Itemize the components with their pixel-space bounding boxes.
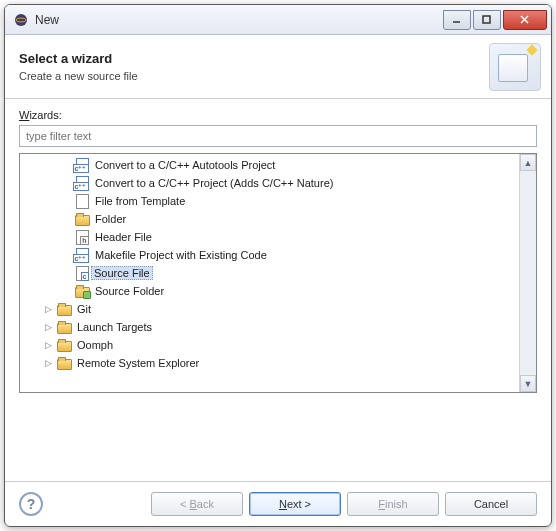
tree-container: c⁺⁺Convert to a C/C++ Autotools Projectc… (19, 153, 537, 393)
filter-input[interactable] (19, 125, 537, 147)
expander-icon[interactable]: ▷ (42, 339, 54, 351)
tree-item-label: Launch Targets (76, 320, 153, 334)
tree-item[interactable]: c⁺⁺Convert to a C/C++ Autotools Project (20, 156, 519, 174)
folder-icon (56, 301, 72, 317)
dialog-body: Wizards: c⁺⁺Convert to a C/C++ Autotools… (5, 99, 551, 481)
cpp-file-icon: c⁺⁺ (74, 247, 90, 263)
tree-item-label: Source File (91, 266, 153, 280)
expander-icon[interactable]: ▷ (42, 357, 54, 369)
tree-item[interactable]: Source Folder (20, 282, 519, 300)
close-button[interactable] (503, 10, 547, 30)
wizard-tree[interactable]: c⁺⁺Convert to a C/C++ Autotools Projectc… (20, 154, 519, 392)
tree-item-label: Remote System Explorer (76, 356, 200, 370)
tree-item-label: Convert to a C/C++ Autotools Project (94, 158, 276, 172)
tree-item[interactable]: Folder (20, 210, 519, 228)
button-bar: ? < Back Next > Finish Cancel (5, 481, 551, 526)
scroll-track[interactable] (520, 171, 536, 375)
tree-item-label: Makefile Project with Existing Code (94, 248, 268, 262)
tree-item-label: Convert to a C/C++ Project (Adds C/C++ N… (94, 176, 334, 190)
tree-item-label: Folder (94, 212, 127, 226)
expander-icon[interactable] (60, 249, 72, 261)
c-file-icon: c (74, 265, 90, 281)
expander-icon[interactable]: ▷ (42, 303, 54, 315)
cpp-file-icon: c⁺⁺ (74, 175, 90, 191)
expander-icon[interactable] (60, 195, 72, 207)
expander-icon[interactable] (60, 177, 72, 189)
tree-item[interactable]: ▷Git (20, 300, 519, 318)
next-button[interactable]: Next > (249, 492, 341, 516)
eclipse-icon (13, 12, 29, 28)
h-file-icon: h (74, 229, 90, 245)
tree-item[interactable]: cSource File (20, 264, 519, 282)
back-button[interactable]: < Back (151, 492, 243, 516)
scroll-down-icon[interactable]: ▼ (520, 375, 536, 392)
cancel-button[interactable]: Cancel (445, 492, 537, 516)
cpp-file-icon: c⁺⁺ (74, 157, 90, 173)
svg-rect-3 (483, 16, 490, 23)
tree-item[interactable]: ▷Oomph (20, 336, 519, 354)
folder-icon (56, 337, 72, 353)
expander-icon[interactable] (60, 285, 72, 297)
expander-icon[interactable] (60, 159, 72, 171)
window-controls (441, 10, 547, 30)
maximize-button[interactable] (473, 10, 501, 30)
tree-item[interactable]: ▷Launch Targets (20, 318, 519, 336)
titlebar[interactable]: New (5, 5, 551, 35)
dialog-window: New Select a wizard Create a new source … (4, 4, 552, 527)
expander-icon[interactable] (60, 213, 72, 225)
tree-item-label: Git (76, 302, 92, 316)
banner-heading: Select a wizard (19, 51, 138, 66)
expander-icon[interactable] (60, 231, 72, 243)
scrollbar[interactable]: ▲ ▼ (519, 154, 536, 392)
help-icon[interactable]: ? (19, 492, 43, 516)
tree-item[interactable]: c⁺⁺Makefile Project with Existing Code (20, 246, 519, 264)
tree-item-label: Source Folder (94, 284, 165, 298)
banner: Select a wizard Create a new source file (5, 35, 551, 99)
folder-icon (56, 319, 72, 335)
scroll-up-icon[interactable]: ▲ (520, 154, 536, 171)
tree-item[interactable]: hHeader File (20, 228, 519, 246)
folder-icon (74, 211, 90, 227)
file-icon (74, 193, 90, 209)
wizard-icon (489, 43, 541, 91)
src-folder-icon (74, 283, 90, 299)
finish-button[interactable]: Finish (347, 492, 439, 516)
tree-item[interactable]: c⁺⁺Convert to a C/C++ Project (Adds C/C+… (20, 174, 519, 192)
expander-icon[interactable] (60, 267, 72, 279)
minimize-button[interactable] (443, 10, 471, 30)
window-title: New (35, 13, 441, 27)
svg-point-0 (15, 14, 27, 26)
tree-item-label: Oomph (76, 338, 114, 352)
folder-icon (56, 355, 72, 371)
tree-item[interactable]: File from Template (20, 192, 519, 210)
banner-subtext: Create a new source file (19, 70, 138, 82)
wizards-label: Wizards: (19, 109, 537, 121)
tree-item-label: Header File (94, 230, 153, 244)
tree-item[interactable]: ▷Remote System Explorer (20, 354, 519, 372)
tree-item-label: File from Template (94, 194, 186, 208)
expander-icon[interactable]: ▷ (42, 321, 54, 333)
